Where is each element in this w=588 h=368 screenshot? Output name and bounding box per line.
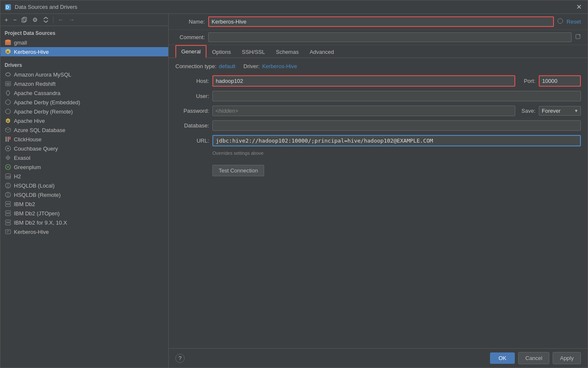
amazon-aurora-mysql-icon <box>5 71 11 78</box>
user-input[interactable] <box>212 91 581 101</box>
sidebar-item-hsqldb-local[interactable]: HSQLDB (Local) <box>0 181 168 190</box>
main-content: + − ⚙ ← → <box>0 14 588 368</box>
sidebar: + − ⚙ ← → <box>0 14 169 368</box>
sidebar-item-ibm-db2[interactable]: IBM Db2 <box>0 199 168 209</box>
apply-button[interactable]: Apply <box>553 352 581 364</box>
apache-derby-remote-label: Apache Derby (Remote) <box>14 109 164 115</box>
comment-input[interactable] <box>208 32 572 42</box>
ibm-db2-label: IBM Db2 <box>14 201 164 207</box>
hsqldb-remote-icon <box>5 191 11 198</box>
comment-row: Comment: <box>169 30 588 45</box>
greenplum-label: Greenplum <box>14 164 164 170</box>
kerberos-hive-label: Kerberos-Hive <box>14 49 164 55</box>
svg-rect-10 <box>6 84 10 85</box>
forward-button[interactable]: → <box>67 16 76 24</box>
url-row: URL: Overrides settings above <box>175 135 581 156</box>
svg-text:H: H <box>7 50 9 53</box>
svg-rect-15 <box>8 137 9 142</box>
save-select[interactable]: Forever Until restart Never <box>539 106 581 116</box>
help-button[interactable]: ? <box>175 354 185 363</box>
drivers-section: Drivers Amazon Aurora MySQL Amazon Redsh… <box>0 60 168 236</box>
sidebar-item-azure-sql-database[interactable]: Azure SQL Database <box>0 125 168 135</box>
h2-label: H2 <box>14 173 164 180</box>
svg-text:H: H <box>7 120 9 122</box>
name-expand-button[interactable] <box>557 18 563 25</box>
save-select-wrapper: Forever Until restart Never <box>539 106 581 116</box>
back-button[interactable]: ← <box>56 16 65 24</box>
clickhouse-label: ClickHouse <box>14 136 164 143</box>
tab-advanced[interactable]: Advanced <box>304 46 339 58</box>
close-button[interactable]: ✕ <box>575 3 583 11</box>
sidebar-item-gmall[interactable]: gmall <box>0 38 168 47</box>
amazon-redshift-label: Amazon Redshift <box>14 81 164 87</box>
apache-cassandra-icon <box>5 90 11 96</box>
remove-button[interactable]: − <box>11 16 18 24</box>
svg-rect-32 <box>5 230 11 234</box>
sidebar-item-ibm-db2-9x[interactable]: IBM Db2 for 9.X, 10.X <box>0 218 168 227</box>
sidebar-item-apache-derby-remote[interactable]: Apache Derby (Remote) <box>0 107 168 116</box>
password-label: Password: <box>175 108 209 114</box>
port-input[interactable] <box>539 75 581 87</box>
tab-general[interactable]: General <box>175 45 207 58</box>
password-input[interactable] <box>212 106 515 116</box>
form-area: Connection type: default Driver: Kerbero… <box>169 58 588 348</box>
copy-button[interactable] <box>20 16 29 24</box>
settings-button[interactable]: ⚙ <box>31 16 40 24</box>
host-row: Host: Port: <box>175 75 581 87</box>
add-button[interactable]: + <box>3 16 10 24</box>
driver-label: Driver: <box>244 63 260 69</box>
connection-type-value[interactable]: default <box>219 63 236 69</box>
user-row: User: <box>175 91 581 101</box>
sidebar-item-kerberos-hive-driver[interactable]: Kerberos-Hive <box>0 227 168 236</box>
sidebar-item-amazon-redshift[interactable]: Amazon Redshift <box>0 79 168 88</box>
svg-rect-8 <box>5 82 11 86</box>
tab-ssh-ssl[interactable]: SSH/SSL <box>236 46 270 58</box>
sidebar-item-apache-cassandra[interactable]: Apache Cassandra <box>0 88 168 98</box>
app-icon: D <box>5 4 11 11</box>
kerberos-hive-driver-icon <box>5 228 11 235</box>
couchbase-label: Couchbase Query <box>14 146 164 152</box>
amazon-redshift-icon <box>5 80 11 87</box>
title-bar: D Data Sources and Drivers ✕ <box>0 0 588 14</box>
h2-icon: H2 <box>5 173 11 180</box>
sidebar-item-apache-derby-embedded[interactable]: Apache Derby (Embedded) <box>0 98 168 107</box>
sidebar-item-greenplum[interactable]: Greenplum <box>0 162 168 172</box>
svg-rect-28 <box>5 211 11 213</box>
sidebar-item-couchbase-query[interactable]: Couchbase Query <box>0 144 168 153</box>
test-connection-button[interactable]: Test Connection <box>212 165 264 176</box>
comment-expand-button[interactable] <box>575 34 581 41</box>
tab-options[interactable]: Options <box>207 46 236 58</box>
exasol-label: Exasol <box>14 155 164 161</box>
name-input[interactable] <box>208 16 554 27</box>
export-button[interactable] <box>41 16 50 24</box>
sidebar-item-amazon-aurora-mysql[interactable]: Amazon Aurora MySQL <box>0 70 168 79</box>
database-input[interactable] <box>212 120 581 131</box>
sidebar-item-exasol[interactable]: Exasol <box>0 153 168 162</box>
sidebar-item-h2[interactable]: H2 H2 <box>0 172 168 181</box>
sidebar-item-ibm-db2-jtopen[interactable]: IBM Db2 (JTOpen) <box>0 209 168 218</box>
hsqldb-remote-label: HSQLDB (Remote) <box>14 192 164 198</box>
tab-schemas[interactable]: Schemas <box>270 46 304 58</box>
host-input[interactable] <box>212 75 515 87</box>
driver-value[interactable]: Kerberos-Hive <box>262 63 297 69</box>
sidebar-item-apache-hive[interactable]: H Apache Hive <box>0 116 168 125</box>
ibm-db2-9x-icon <box>5 219 11 226</box>
svg-rect-14 <box>5 137 7 142</box>
ok-button[interactable]: OK <box>490 352 515 364</box>
cancel-button[interactable]: Cancel <box>518 352 549 364</box>
connection-type-label: Connection type: <box>175 63 217 69</box>
sidebar-item-hsqldb-remote[interactable]: HSQLDB (Remote) <box>0 190 168 199</box>
ibm-db2-jtopen-icon <box>5 210 11 217</box>
apache-hive-label: Apache Hive <box>14 118 164 124</box>
sidebar-item-clickhouse[interactable]: ClickHouse <box>0 135 168 144</box>
reset-link[interactable]: Reset <box>567 19 581 25</box>
url-input[interactable] <box>212 135 581 146</box>
password-row: Password: Save: Forever Until restart Ne… <box>175 106 581 116</box>
azure-sql-label: Azure SQL Database <box>14 127 164 133</box>
comment-label: Comment: <box>175 34 205 40</box>
ibm-db2-icon <box>5 201 11 207</box>
svg-rect-16 <box>9 137 11 140</box>
apache-hive-icon: H <box>5 117 11 124</box>
svg-text:H2: H2 <box>6 175 11 179</box>
sidebar-item-kerberos-hive[interactable]: H Kerberos-Hive <box>0 47 168 56</box>
